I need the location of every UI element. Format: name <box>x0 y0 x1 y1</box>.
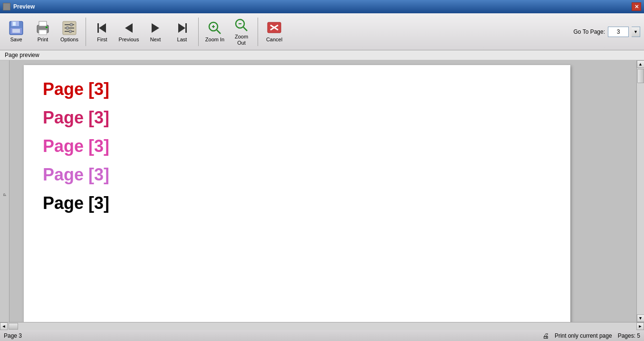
last-label: Last <box>177 37 187 42</box>
page-status: Page 3 <box>4 332 22 339</box>
goto-page-dropdown[interactable]: ▼ <box>632 27 640 37</box>
close-button[interactable]: ✕ <box>632 2 641 11</box>
print-only-label: Print only current page <box>555 332 612 339</box>
bottom-scroll-area: ◄ ► <box>0 322 644 330</box>
next-label: Next <box>150 37 161 42</box>
preview-label: Page preview <box>5 52 39 58</box>
goto-page-label: Go To Page: <box>574 28 606 35</box>
printer-icon: 🖨 <box>542 332 549 340</box>
options-icon <box>62 20 77 36</box>
cancel-button[interactable]: Cancel <box>262 16 287 48</box>
last-button[interactable]: Last <box>170 16 194 48</box>
pages-label: Pages: 5 <box>618 332 640 339</box>
page-line-1: Page [3] <box>43 79 551 99</box>
zoom-out-button[interactable]: Zoom Out <box>229 16 254 48</box>
vscroll-up-button[interactable]: ▲ <box>637 60 644 68</box>
separator-1 <box>86 18 86 46</box>
cancel-icon <box>267 20 282 36</box>
svg-rect-16 <box>97 23 99 33</box>
previous-icon <box>121 20 136 36</box>
svg-point-15 <box>69 30 72 33</box>
app-icon <box>3 3 10 10</box>
svg-point-13 <box>70 23 73 26</box>
svg-marker-17 <box>99 23 106 33</box>
svg-rect-6 <box>39 21 47 26</box>
previous-button[interactable]: Previous <box>116 16 141 48</box>
vscroll-track[interactable] <box>637 68 644 314</box>
previous-label: Previous <box>119 37 139 42</box>
zoom-in-icon <box>207 20 222 36</box>
first-button[interactable]: First <box>90 16 115 48</box>
svg-point-14 <box>66 27 69 29</box>
title-bar: Preview ✕ <box>0 0 644 13</box>
svg-rect-4 <box>12 29 20 33</box>
scroll-area[interactable]: Page [3] Page [3] Page [3] Page [3] Page… <box>10 60 636 322</box>
svg-rect-8 <box>46 27 48 28</box>
save-button[interactable]: Save <box>4 16 29 48</box>
next-button[interactable]: Next <box>143 16 168 48</box>
save-label: Save <box>10 37 22 42</box>
main-area: P Page [3] Page [3] Page [3] Page [3] Pa… <box>0 60 644 322</box>
svg-line-25 <box>217 30 221 34</box>
svg-rect-7 <box>39 30 47 35</box>
options-label: Options <box>60 37 78 42</box>
svg-marker-18 <box>125 23 133 33</box>
zoom-out-icon <box>234 18 249 33</box>
cancel-label: Cancel <box>266 37 282 42</box>
goto-page-input[interactable] <box>608 27 629 37</box>
first-icon <box>95 20 110 36</box>
page-line-5: Page [3] <box>43 193 551 213</box>
vscrollbar: ▲ ▼ <box>636 60 644 322</box>
print-icon <box>35 20 50 36</box>
hscroll-right-button[interactable]: ► <box>636 322 644 330</box>
goto-page-area: Go To Page: ▼ <box>574 27 641 37</box>
options-button[interactable]: Options <box>57 16 82 48</box>
separator-2 <box>198 18 199 46</box>
status-bar: Page 3 🖨 Print only current page Pages: … <box>0 330 644 341</box>
svg-line-28 <box>243 27 247 31</box>
print-button[interactable]: Print <box>30 16 55 48</box>
svg-rect-20 <box>185 23 187 33</box>
save-icon <box>9 20 24 36</box>
zoom-in-label: Zoom In <box>205 37 224 42</box>
hscroll-thumb[interactable] <box>9 323 18 330</box>
zoom-out-label: Zoom Out <box>231 34 252 45</box>
page-canvas: Page [3] Page [3] Page [3] Page [3] Page… <box>24 65 570 322</box>
svg-rect-2 <box>13 22 16 26</box>
left-strip: P <box>0 60 10 322</box>
print-label: Print <box>38 37 48 42</box>
page-line-2: Page [3] <box>43 108 551 128</box>
next-icon <box>148 20 163 36</box>
page-side-indicator: P <box>2 193 7 196</box>
preview-label-bar: Page preview <box>0 50 644 60</box>
page-line-4: Page [3] <box>43 165 551 185</box>
window-title: Preview <box>13 3 35 10</box>
svg-marker-21 <box>178 23 185 33</box>
svg-marker-19 <box>152 23 159 33</box>
vscroll-thumb[interactable] <box>637 69 644 83</box>
hscroll-left-button[interactable]: ◄ <box>0 322 8 330</box>
separator-3 <box>258 18 258 46</box>
first-label: First <box>97 37 107 42</box>
zoom-in-button[interactable]: Zoom In <box>202 16 227 48</box>
hscroll-track[interactable] <box>8 322 636 330</box>
vscroll-down-button[interactable]: ▼ <box>637 314 644 322</box>
toolbar: Save Print Options <box>0 13 644 50</box>
page-line-3: Page [3] <box>43 136 551 156</box>
last-icon <box>174 20 190 36</box>
